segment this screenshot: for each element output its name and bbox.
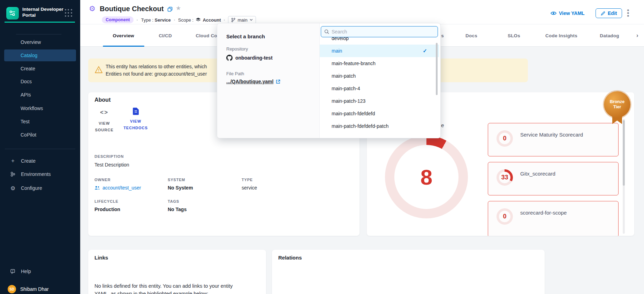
tab-slos[interactable]: SLOs	[508, 24, 520, 47]
file-path-label: File Path	[226, 71, 244, 76]
view-techdocs-button[interactable]: VIEW TECHDOCS	[122, 108, 150, 131]
sidebar-item-workflows[interactable]: Workflows	[4, 102, 76, 114]
tab-overview[interactable]: Overview	[113, 24, 134, 47]
scorecard-score: 0	[499, 133, 510, 144]
relations-title: Relations	[278, 255, 302, 261]
scorecard-item[interactable]: 0 scorecard-for-scope	[488, 201, 619, 236]
branch-popup-info-pane: Select a branch Repository onboarding-te…	[217, 23, 320, 138]
scope-value: Account	[203, 17, 221, 23]
tags-value: No Tags	[168, 207, 187, 212]
scope-layers-icon	[196, 17, 201, 22]
system-label: SYSTEM	[168, 178, 185, 182]
divider	[5, 149, 75, 149]
scorecard-ring: 0	[497, 130, 513, 147]
tabs-overflow-chevron-icon[interactable]: ›	[636, 24, 638, 47]
lifecycle-label: LIFECYCLE	[94, 199, 118, 203]
scorecards-scrollbar-thumb[interactable]	[623, 120, 625, 186]
github-icon	[226, 55, 233, 61]
sidebar-item-copilot[interactable]: CoPilot	[4, 129, 76, 141]
about-title: About	[94, 97, 111, 103]
repository-row: onboarding-test	[226, 55, 273, 61]
scorecard-item[interactable]: 0 Service Maturity Scorecard	[488, 123, 619, 156]
system-value: No System	[168, 185, 193, 191]
branch-selector-value: main	[237, 17, 247, 23]
entity-header: ⚙ Boutique Checkout ★ Component Type : S…	[80, 0, 644, 24]
tab-cicd[interactable]: CI/CD	[159, 24, 172, 47]
tags-label: TAGS	[168, 199, 179, 203]
view-yaml-button[interactable]: View YAML	[551, 10, 585, 16]
user-menu[interactable]: SD Shibam Dhar	[8, 285, 49, 293]
tab-docs[interactable]: Docs	[465, 24, 477, 47]
tab-code-insights[interactable]: Code Insights	[545, 24, 577, 47]
branch-option[interactable]: main-patch	[320, 70, 441, 82]
entity-meta-row: Component Type : Service Scope : Account…	[102, 16, 256, 24]
tab-datadog[interactable]: Datadog	[600, 24, 619, 47]
warning-triangle-icon: !	[94, 66, 103, 74]
scorecard-score: 0	[499, 211, 510, 222]
chevron-down-icon	[250, 19, 253, 21]
branch-search-input[interactable]	[332, 29, 429, 34]
git-branch-icon	[231, 18, 235, 22]
branch-option[interactable]: main-patch-123	[320, 95, 441, 107]
user-avatar: SD	[8, 285, 16, 293]
sliders-icon	[9, 10, 16, 17]
file-path-row: .../QA/boutique.yaml	[226, 79, 280, 84]
svg-text:!: !	[98, 68, 99, 72]
branch-list-scrollbar-thumb[interactable]	[436, 43, 438, 95]
type-label: TYPE	[242, 178, 253, 182]
type-value: Service	[154, 17, 171, 23]
help-chat-icon: ?	[10, 268, 16, 274]
overall-score-donut: 8	[385, 136, 468, 218]
app-logo[interactable]	[6, 7, 19, 20]
copy-icon[interactable]	[167, 7, 173, 12]
scorecard-item[interactable]: 33 Gitx_scorecard	[488, 162, 619, 195]
environments-icon	[10, 171, 16, 177]
scorecard-title: Gitx_scorecard	[520, 171, 555, 177]
warning-text: This entity has relations to other entit…	[106, 63, 207, 78]
dot-separator	[224, 20, 225, 21]
sidebar-item-create[interactable]: Create	[4, 63, 76, 75]
app-window: Internal Developer Portal Overview Catal…	[0, 0, 644, 294]
relations-card: Relations	[272, 250, 545, 294]
eye-icon	[551, 11, 556, 15]
branch-option[interactable]: main-feature-branch	[320, 57, 441, 70]
edit-button[interactable]: Edit	[596, 8, 622, 18]
sidebar-shortcut-create[interactable]: + Create	[6, 156, 75, 166]
scorecard-title: Service Maturity Scorecard	[520, 132, 583, 138]
help-button[interactable]: ? Help	[6, 266, 75, 277]
tab-partially-hidden[interactable]: s	[441, 24, 444, 47]
scorecard-title: scorecard-for-scope	[520, 210, 567, 216]
external-link-icon[interactable]	[276, 79, 280, 84]
sidebar-shortcut-environments[interactable]: Environments	[6, 169, 75, 179]
sidebar-item-catalog[interactable]: Catalog	[4, 49, 76, 61]
file-path-link[interactable]: .../QA/boutique.yaml	[226, 79, 273, 84]
sidebar-item-overview[interactable]: Overview	[4, 36, 76, 48]
branch-option[interactable]: main-patch-fdefdefd-patch	[320, 120, 441, 132]
favorite-star-icon[interactable]: ★	[176, 5, 181, 12]
more-options-icon[interactable]: •••	[627, 9, 629, 17]
branch-option[interactable]: main-patch-4	[320, 82, 441, 95]
overall-score-value: 8	[421, 165, 432, 189]
links-title: Links	[94, 255, 108, 261]
dot-separator	[174, 20, 175, 21]
divider	[16, 34, 61, 34]
owner-link[interactable]: account/test_user	[94, 185, 141, 191]
tab-cloud-cost[interactable]: Cloud Co	[196, 24, 217, 47]
sidebar-item-apis[interactable]: APIs	[4, 89, 76, 101]
sidebar-shortcut-configure[interactable]: ⚙ Configure	[6, 183, 75, 193]
sidebar-item-test[interactable]: Test	[4, 116, 76, 127]
sidebar-item-docs[interactable]: Docs	[4, 76, 76, 87]
sidebar: Internal Developer Portal Overview Catal…	[0, 0, 80, 294]
links-empty-text: No links defined for this entity. You ca…	[94, 282, 260, 294]
view-source-button[interactable]: <> VIEW SOURCE	[92, 109, 117, 133]
popup-title: Select a branch	[226, 33, 265, 39]
entity-kind-gear-icon: ⚙	[89, 5, 96, 13]
user-name: Shibam Dhar	[20, 286, 49, 292]
branch-option[interactable]: main-patch-fdefdefd	[320, 107, 441, 120]
scorecard-ring: 33	[497, 169, 513, 186]
lifecycle-value: Production	[94, 207, 120, 212]
module-switcher-icon[interactable]	[65, 9, 73, 17]
entity-title: Boutique Checkout	[100, 5, 164, 13]
gear-icon: ⚙	[10, 185, 16, 191]
branch-option-main-selected[interactable]: main ✓	[320, 45, 439, 57]
